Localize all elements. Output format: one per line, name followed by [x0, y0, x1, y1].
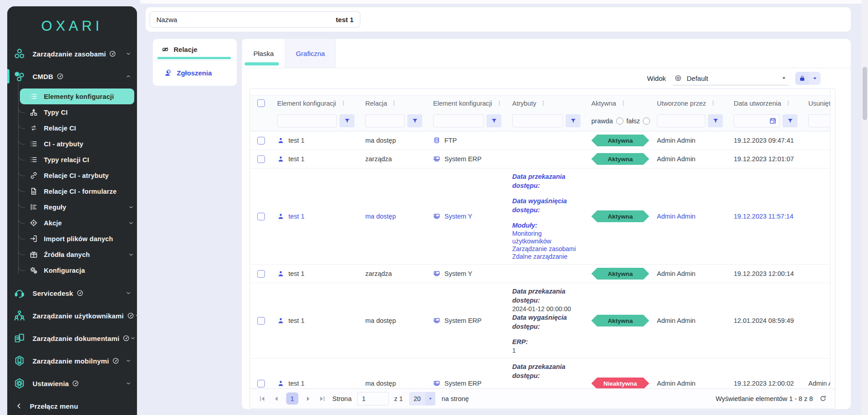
view-select[interactable]: Default [673, 72, 789, 85]
lock-view-button[interactable] [795, 72, 809, 85]
radio-true[interactable] [616, 117, 623, 125]
current-page-button[interactable]: 1 [286, 392, 298, 405]
filter-button[interactable] [486, 114, 501, 127]
list-icon [29, 140, 38, 148]
sidebar-item-zarzadzanie-zasobami[interactable]: Zarządzanie zasobami [7, 42, 137, 65]
refresh-icon[interactable] [819, 395, 827, 402]
window-scrollbar-thumb[interactable] [863, 67, 867, 120]
sidebar-item-import-plikow-danych[interactable]: Import plików danych [7, 231, 137, 247]
sidebar-item-zarzadzanie-uzytkownikami[interactable]: Zarządzanie użytkownikami [7, 304, 137, 327]
sidebar-item-ustawienia[interactable]: Ustawienia [7, 372, 137, 395]
grid-filter-row: prawdafałsz [250, 111, 830, 131]
computer-icon [433, 213, 440, 220]
attribute-label: ERP: [512, 337, 582, 346]
relations-tab[interactable]: Relacje [153, 39, 237, 61]
sidebar-item-label: Import plików danych [44, 235, 113, 242]
column-filter-input[interactable] [657, 114, 705, 127]
row-checkbox[interactable] [257, 270, 265, 278]
column-menu-icon[interactable] [620, 100, 627, 107]
column-filter-input[interactable] [512, 114, 563, 127]
attribute-value: 1 [512, 346, 582, 354]
filter-button[interactable] [566, 114, 580, 127]
attribute-link[interactable]: Zarządzanie zasobami [512, 245, 582, 253]
name-filter-input[interactable]: Nazwa test 1 [150, 11, 360, 28]
sidebar-item-typy-relacji-ci[interactable]: Typy relacji CI [7, 152, 137, 168]
chevron-down-icon[interactable] [128, 252, 134, 258]
relation-cell: ma dostęp [360, 380, 428, 387]
list-icon [29, 92, 38, 101]
chevron-up-icon[interactable] [125, 73, 132, 79]
row-checkbox[interactable] [257, 317, 265, 325]
sidebar-item-relacje-ci[interactable]: Relacje CI [7, 120, 137, 136]
sidebar-item-zarzadzanie-mobilnymi[interactable]: Zarządzanie mobilnymi [7, 350, 137, 372]
sidebar-item-zrodla-danych[interactable]: Źródła danych [7, 247, 137, 262]
column-menu-icon[interactable] [785, 100, 792, 107]
chevron-down-icon[interactable] [125, 290, 132, 296]
sidebar-item-konfiguracja[interactable]: Konfiguracja [7, 262, 137, 278]
sidebar-item-servicedesk[interactable]: Servicedesk [7, 282, 137, 304]
chevron-down-icon[interactable] [125, 380, 132, 387]
filter-button[interactable] [340, 114, 354, 127]
column-filter-input[interactable] [277, 114, 337, 127]
created-by-cell: Admin Admin [651, 270, 728, 277]
chevron-down-icon[interactable] [125, 51, 132, 57]
attribute-link[interactable]: Zdalne zarządzanie [512, 253, 582, 261]
sidebar-item-relacje-ci-atrybuty[interactable]: Relacje CI - atrybuty [7, 168, 137, 183]
calendar-icon[interactable] [769, 117, 777, 125]
attributes-cell: Data przekazania dostępu:2024-01-12 00:0… [507, 283, 586, 358]
column-menu-icon[interactable] [391, 100, 397, 107]
chevron-down-icon[interactable] [128, 204, 134, 210]
page-size-select[interactable]: 20 [409, 392, 435, 406]
column-filter-input[interactable] [365, 114, 405, 127]
column-header-label: Relacja [365, 100, 387, 107]
sidebar-item-typy-ci[interactable]: Typy CI [7, 104, 137, 120]
first-page-button[interactable] [258, 395, 266, 403]
row-checkbox[interactable] [257, 155, 265, 163]
sidebar-item-label: CI - atrybuty [44, 140, 83, 148]
view-options-button[interactable] [809, 72, 821, 85]
filter-button[interactable] [783, 114, 797, 127]
column-menu-icon[interactable] [710, 100, 717, 107]
tab-graficzna[interactable]: Graficzna [285, 39, 336, 68]
radio-false[interactable] [643, 117, 650, 125]
row-checkbox[interactable] [257, 380, 265, 387]
status-cell: Aktywna [586, 268, 651, 280]
select-all-checkbox[interactable] [257, 99, 265, 107]
next-page-button[interactable] [304, 395, 312, 403]
row-checkbox[interactable] [257, 137, 265, 145]
sidebar-item-reguly[interactable]: Reguły [7, 199, 137, 215]
table-row: test 1ma dostępFTPAktywnaAdmin Admin19.1… [250, 131, 830, 150]
sidebar-item-elementy-konfiguracji[interactable]: Elementy konfiguracji [20, 89, 134, 104]
sidebar-item-cmdb[interactable]: CMDB [7, 65, 137, 88]
chevron-down-icon[interactable] [128, 220, 134, 226]
created-by-cell: Admin Admin [651, 317, 728, 324]
last-page-button[interactable] [318, 395, 326, 403]
column-menu-icon[interactable] [496, 100, 503, 107]
column-filter-input[interactable] [433, 114, 484, 127]
sidebar-item-ci-atrybuty[interactable]: CI - atrybuty [7, 136, 137, 152]
sidebar-item-zarzadzanie-dokumentami[interactable]: Zarządzanie dokumentami [7, 327, 137, 350]
sidebar-item-label: Relacje CI - atrybuty [44, 172, 109, 179]
view-label: Widok [647, 75, 666, 82]
previous-page-button[interactable] [272, 395, 280, 403]
radio-false-label: fałsz [627, 117, 640, 125]
filter-button[interactable] [708, 114, 723, 127]
tab-plaska[interactable]: Płaska [242, 39, 285, 68]
chevron-down-icon[interactable] [134, 312, 141, 319]
sidebar-item-relacje-ci-formularze[interactable]: Relacje CI - formularze [7, 183, 137, 199]
column-menu-icon[interactable] [340, 100, 347, 107]
column-filter-input[interactable] [808, 114, 830, 127]
sidebar-toggle[interactable]: Przełącz menu [7, 395, 137, 415]
filter-button[interactable] [407, 114, 422, 127]
attribute-link[interactable]: Monitoring użytkowników [512, 230, 582, 245]
row-checkbox[interactable] [257, 213, 265, 220]
relations-tab-indicator [157, 57, 231, 59]
chevron-down-icon[interactable] [125, 358, 132, 364]
column-menu-icon[interactable] [540, 100, 547, 107]
sidebar-item-akcje[interactable]: Akcje [7, 215, 137, 231]
created-by-cell: Admin Admin [651, 155, 728, 163]
page-number-input[interactable] [357, 392, 389, 406]
window-scrollbar[interactable] [862, 0, 868, 415]
chevron-down-icon[interactable] [130, 335, 136, 341]
panel-item-zgloszenia[interactable]: Zgłoszenia [153, 61, 237, 85]
